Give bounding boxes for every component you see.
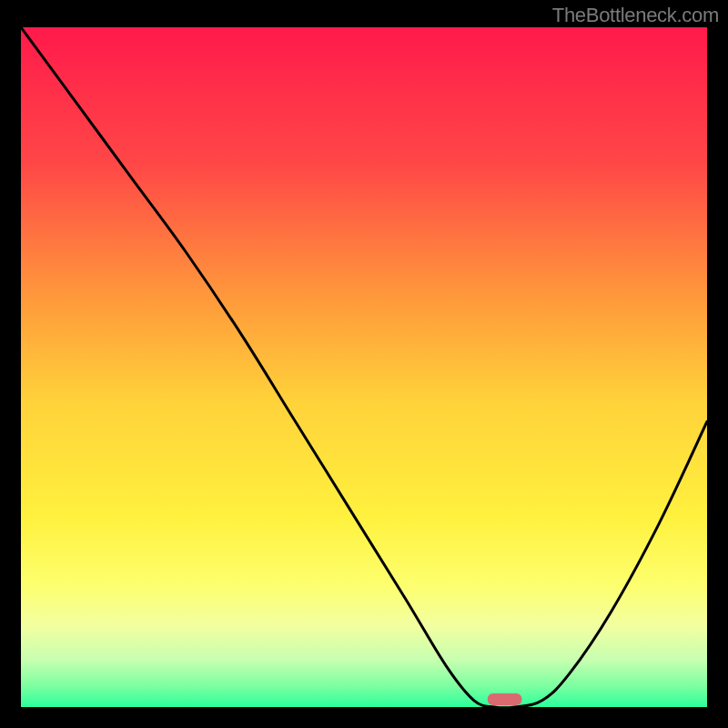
chart-frame: TheBottleneck.com: [0, 0, 728, 728]
attribution-label: TheBottleneck.com: [552, 4, 719, 27]
plot-area: [21, 27, 707, 707]
optimal-marker: [488, 693, 522, 705]
bottleneck-chart: [21, 27, 707, 707]
gradient-background: [21, 27, 707, 707]
